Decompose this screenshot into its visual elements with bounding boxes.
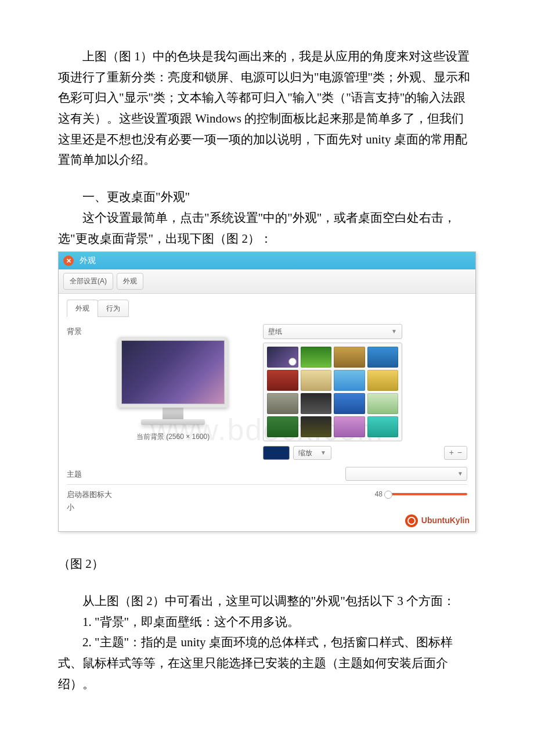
tab-behavior[interactable]: 行为 xyxy=(98,300,129,317)
chevron-down-icon: ▼ xyxy=(320,448,326,458)
background-label: 背景 xyxy=(67,324,95,338)
wallpaper-thumb[interactable] xyxy=(301,370,332,391)
titlebar: ✕ 外观 xyxy=(59,252,475,269)
wallpaper-thumb[interactable] xyxy=(334,416,365,437)
figure-2-caption: （图 2） xyxy=(58,554,476,575)
scale-mode-select[interactable]: 缩放 ▼ xyxy=(293,446,331,460)
breadcrumb: 全部设置(A) 外观 xyxy=(59,269,475,293)
monitor-base xyxy=(141,419,205,425)
background-color-swatch[interactable] xyxy=(263,446,290,460)
theme-section: 主题 ▼ xyxy=(67,463,467,485)
paragraph-1: 上图（图 1）中的色块是我勾画出来的，我是从应用的角度来对这些设置项进行了重新分… xyxy=(58,46,476,171)
paragraph-3: 从上图（图 2）中可看出，这里可以调整的"外观"包括以下 3 个方面： xyxy=(58,591,476,612)
background-section: 背景 当前背景 (2560 × 1600) 壁纸 ▼ xyxy=(67,321,467,463)
monitor-screen xyxy=(118,337,228,408)
spacer xyxy=(58,575,476,591)
minus-icon: − xyxy=(457,446,462,460)
tabs: 外观 行为 xyxy=(67,300,467,317)
wallpaper-thumb[interactable] xyxy=(367,370,399,391)
wallpaper-source-label: 壁纸 xyxy=(268,326,282,337)
wallpaper-thumb[interactable] xyxy=(334,393,365,414)
paragraph-5: 2. "主题"：指的是 unity 桌面环境的总体样式，包括窗口样式、图标样式、… xyxy=(58,632,476,694)
content-area: www.bdocx.com 外观 行为 背景 当前背景 (2560 × 1600… xyxy=(59,294,475,532)
wallpaper-grid xyxy=(263,343,402,441)
add-remove-wallpaper[interactable]: + − xyxy=(444,446,467,460)
paragraph-2: 这个设置最简单，点击"系统设置"中的"外观"，或者桌面空白处右击，选"更改桌面背… xyxy=(58,208,476,249)
background-controls: 缩放 ▼ + − xyxy=(263,446,467,460)
theme-label: 主题 xyxy=(67,467,95,481)
monitor-stand xyxy=(163,408,183,419)
wallpaper-thumb[interactable] xyxy=(334,347,365,368)
spacer xyxy=(58,538,476,554)
window-title: 外观 xyxy=(80,254,96,268)
wallpaper-thumb[interactable] xyxy=(367,347,399,368)
theme-select[interactable]: ▼ xyxy=(345,467,467,481)
chevron-down-icon: ▼ xyxy=(391,326,397,336)
wallpaper-thumb[interactable] xyxy=(267,347,298,368)
appearance-window: ✕ 外观 全部设置(A) 外观 www.bdocx.com 外观 行为 背景 当… xyxy=(58,251,476,532)
breadcrumb-all-settings[interactable]: 全部设置(A) xyxy=(63,273,113,289)
ubuntu-kylin-badge: UbuntuKylin xyxy=(405,514,470,528)
heading-1: 一、更改桌面"外观" xyxy=(58,187,476,208)
current-background-label: 当前背景 (2560 × 1600) xyxy=(95,431,251,442)
wallpaper-thumb[interactable] xyxy=(334,370,365,391)
wallpaper-thumb[interactable] xyxy=(267,370,298,391)
tab-appearance[interactable]: 外观 xyxy=(67,300,98,317)
close-icon[interactable]: ✕ xyxy=(63,255,74,266)
launcher-size-label: 启动器图标大小 xyxy=(67,488,113,514)
wallpaper-source-select[interactable]: 壁纸 ▼ xyxy=(263,324,402,339)
wallpaper-thumb[interactable] xyxy=(301,393,332,414)
wallpaper-thumb[interactable] xyxy=(301,347,332,368)
scale-mode-label: 缩放 xyxy=(298,447,312,459)
chevron-down-icon: ▼ xyxy=(457,469,463,478)
spacer xyxy=(58,171,476,187)
plus-icon: + xyxy=(449,446,454,460)
wallpaper-thumb[interactable] xyxy=(267,416,298,437)
launcher-size-slider[interactable] xyxy=(386,493,467,495)
wallpaper-thumb[interactable] xyxy=(367,393,399,414)
wallpaper-panel: 壁纸 ▼ 缩放 ▼ + xyxy=(263,324,467,460)
paragraph-4: 1. "背景"，即桌面壁纸：这个不用多说。 xyxy=(58,612,476,633)
breadcrumb-current[interactable]: 外观 xyxy=(117,273,143,289)
launcher-size-value: 48 xyxy=(375,488,383,500)
wallpaper-thumb[interactable] xyxy=(301,416,332,437)
ubuntu-kylin-label: UbuntuKylin xyxy=(421,514,470,528)
monitor-preview: 当前背景 (2560 × 1600) xyxy=(95,324,251,442)
ubuntu-logo-icon xyxy=(405,514,418,527)
launcher-slider-row: 48 xyxy=(113,488,467,500)
wallpaper-thumb[interactable] xyxy=(267,393,298,414)
wallpaper-thumb[interactable] xyxy=(367,416,399,437)
